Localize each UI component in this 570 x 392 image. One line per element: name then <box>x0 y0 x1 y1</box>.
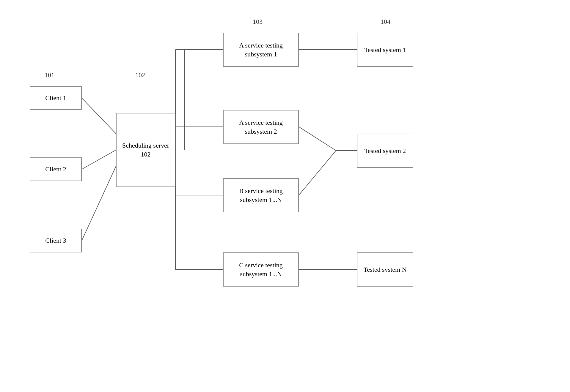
svg-line-12 <box>299 151 336 195</box>
subsys-a1-box: A service testing subsystem 1 <box>223 33 299 67</box>
subsys-c-box: C service testing subsystem 1...N <box>223 252 299 287</box>
label-104: 104 <box>381 18 390 26</box>
client2-box: Client 2 <box>30 157 82 181</box>
label-101: 101 <box>45 71 54 79</box>
tested-system-n-box: Tested system N <box>357 252 413 287</box>
tested-system-1-box: Tested system 1 <box>357 33 413 67</box>
svg-line-2 <box>82 166 116 241</box>
subsys-b-box: B service testing subsystem 1...N <box>223 178 299 212</box>
label-103: 103 <box>253 18 263 26</box>
client1-box: Client 1 <box>30 86 82 110</box>
client3-box: Client 3 <box>30 229 82 252</box>
svg-line-11 <box>299 127 336 151</box>
svg-line-1 <box>82 150 116 169</box>
subsys-a2-box: A service testing subsystem 2 <box>223 110 299 144</box>
tested-system-2-box: Tested system 2 <box>357 134 413 168</box>
svg-line-0 <box>82 98 116 134</box>
diagram: 101 102 103 104 Client 1 Client 2 Client… <box>0 0 570 392</box>
label-102: 102 <box>135 71 145 79</box>
scheduling-server-box: Scheduling server 102 <box>116 113 175 187</box>
